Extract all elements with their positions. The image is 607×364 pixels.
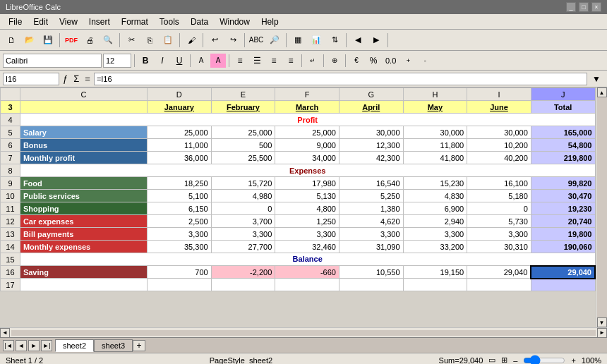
cell-f12[interactable]: 1,250 <box>275 215 339 228</box>
cell-label[interactable]: Bill payments <box>20 228 147 241</box>
cell-g16[interactable]: 10,550 <box>339 266 403 279</box>
cell-j5[interactable]: 165,000 <box>531 126 595 139</box>
zoom-in-btn[interactable]: + <box>571 356 575 365</box>
cell-d12[interactable]: 2,500 <box>147 215 211 228</box>
cell-j11[interactable]: 19,230 <box>531 202 595 215</box>
cell-g13[interactable]: 3,300 <box>339 228 403 241</box>
col-header-h[interactable]: H <box>403 88 467 101</box>
cell-d17[interactable] <box>147 279 211 291</box>
cell-i9[interactable]: 16,100 <box>467 177 531 190</box>
view-normal-icon[interactable]: ▭ <box>488 356 495 364</box>
justify-btn[interactable]: ≡ <box>283 54 299 68</box>
redo-btn[interactable]: ↪ <box>224 32 241 48</box>
chart-btn[interactable]: 📊 <box>308 32 325 48</box>
zoom-out-btn[interactable]: – <box>513 356 517 365</box>
cell-e6[interactable]: 500 <box>211 139 275 152</box>
cell-label[interactable]: Salary <box>20 126 147 139</box>
cell-f10[interactable]: 5,130 <box>275 190 339 202</box>
equals-icon[interactable]: = <box>83 73 92 84</box>
cell-f3[interactable]: March <box>275 101 339 114</box>
cell-e9[interactable]: 15,720 <box>211 177 275 190</box>
cell-e10[interactable]: 4,980 <box>211 190 275 202</box>
cell-label[interactable]: Bonus <box>20 139 147 152</box>
increase-decimal-btn[interactable]: + <box>400 54 416 68</box>
cell-g7[interactable]: 42,300 <box>339 152 403 164</box>
cell-j3[interactable]: Total <box>531 101 595 114</box>
cell-j16[interactable]: 29,040 <box>531 266 595 279</box>
cell-g3[interactable]: April <box>339 101 403 114</box>
cell-g12[interactable]: 4,620 <box>339 215 403 228</box>
align-right-btn[interactable]: ≡ <box>266 54 282 68</box>
cell-h12[interactable]: 2,940 <box>403 215 467 228</box>
zoom-slider[interactable] <box>523 358 565 363</box>
col-header-f[interactable]: F <box>275 88 339 101</box>
col-header-e[interactable]: E <box>211 88 275 101</box>
col-header-d[interactable]: D <box>147 88 211 101</box>
percent-btn[interactable]: % <box>366 54 381 68</box>
add-sheet-btn[interactable]: + <box>133 340 145 351</box>
font-color-btn[interactable]: A <box>193 54 209 68</box>
horizontal-scrollbar[interactable]: ◄ ► <box>0 327 607 337</box>
wrap-btn[interactable]: ↵ <box>305 54 320 68</box>
cell-expenses-label[interactable]: Expenses <box>20 164 595 177</box>
cell-d14[interactable]: 35,300 <box>147 241 211 253</box>
cell-j13[interactable]: 19,800 <box>531 228 595 241</box>
cell-e3[interactable]: February <box>211 101 275 114</box>
scroll-up-btn[interactable]: ▲ <box>597 87 607 97</box>
cell-c17[interactable] <box>20 279 147 291</box>
cell-label[interactable]: Car expenses <box>20 215 147 228</box>
cell-g11[interactable]: 1,380 <box>339 202 403 215</box>
cell-i7[interactable]: 40,200 <box>467 152 531 164</box>
cell-g14[interactable]: 31,090 <box>339 241 403 253</box>
cell-h5[interactable]: 30,000 <box>403 126 467 139</box>
cell-reference-input[interactable] <box>3 73 59 85</box>
cell-h16[interactable]: 19,150 <box>403 266 467 279</box>
cell-d7[interactable]: 36,000 <box>147 152 211 164</box>
menu-tools[interactable]: Tools <box>154 16 185 28</box>
table-btn[interactable]: ▦ <box>289 32 306 48</box>
cell-f6[interactable]: 9,000 <box>275 139 339 152</box>
col-header-j[interactable]: J <box>531 88 595 101</box>
cell-i12[interactable]: 5,730 <box>467 215 531 228</box>
cell-d13[interactable]: 3,300 <box>147 228 211 241</box>
cell-d6[interactable]: 11,000 <box>147 139 211 152</box>
vertical-scrollbar[interactable]: ▲ ▼ <box>596 87 607 327</box>
close-btn[interactable]: × <box>591 2 601 12</box>
currency-btn[interactable]: € <box>349 54 364 68</box>
clone-btn[interactable]: 🖌 <box>183 32 200 48</box>
cell-label[interactable]: Shopping <box>20 202 147 215</box>
cell-f17[interactable] <box>275 279 339 291</box>
preview-btn[interactable]: 🔍 <box>100 32 116 48</box>
cell-label[interactable]: Monthly expenses <box>20 241 147 253</box>
menu-format[interactable]: Format <box>116 16 154 28</box>
cell-h14[interactable]: 33,200 <box>403 241 467 253</box>
col-header-g[interactable]: G <box>339 88 403 101</box>
cell-c3[interactable] <box>20 101 147 114</box>
cell-e11[interactable]: 0 <box>211 202 275 215</box>
cell-j14[interactable]: 190,060 <box>531 241 595 253</box>
cell-e17[interactable] <box>211 279 275 291</box>
nav-prev[interactable]: ◀ <box>349 32 366 48</box>
undo-btn[interactable]: ↩ <box>206 32 223 48</box>
bold-btn[interactable]: B <box>138 54 153 68</box>
cell-balance-label[interactable]: Balance <box>20 253 595 266</box>
cell-g17[interactable] <box>339 279 403 291</box>
menu-insert[interactable]: Insert <box>83 16 116 28</box>
formula-accept-btn[interactable]: ▼ <box>589 72 604 86</box>
menu-help[interactable]: Help <box>256 16 284 28</box>
cell-g6[interactable]: 12,300 <box>339 139 403 152</box>
cell-g9[interactable]: 16,540 <box>339 177 403 190</box>
menu-window[interactable]: Window <box>214 16 256 28</box>
cell-label[interactable]: Public services <box>20 190 147 202</box>
cell-d3[interactable]: January <box>147 101 211 114</box>
cell-i6[interactable]: 10,200 <box>467 139 531 152</box>
cell-e7[interactable]: 25,500 <box>211 152 275 164</box>
italic-btn[interactable]: I <box>155 54 170 68</box>
cell-d11[interactable]: 6,150 <box>147 202 211 215</box>
cell-label[interactable]: Saving <box>20 266 147 279</box>
scroll-right-btn[interactable]: ► <box>597 328 607 338</box>
function-wizard-icon[interactable]: ƒ <box>61 73 70 84</box>
sheet-first-btn[interactable]: |◄ <box>3 340 14 351</box>
cell-i17[interactable] <box>467 279 531 291</box>
cell-h17[interactable] <box>403 279 467 291</box>
